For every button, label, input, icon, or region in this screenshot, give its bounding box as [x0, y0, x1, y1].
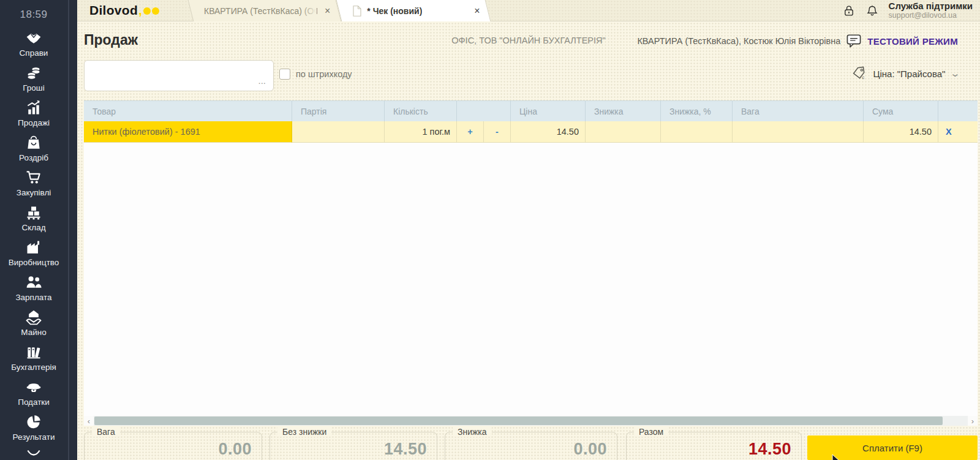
- barcode-checkbox[interactable]: [279, 69, 290, 80]
- shopping-cart-icon: [25, 169, 42, 186]
- qty-increase-button[interactable]: +: [457, 121, 484, 143]
- total-before-discount-label: Без знижки: [277, 427, 331, 437]
- sidebar-item-label: Зарплата: [15, 293, 51, 302]
- total-before-discount-value: 14.50: [384, 440, 427, 459]
- col-sum: Сума: [864, 101, 938, 121]
- total-discount-label: Знижка: [453, 427, 492, 437]
- delete-row-button[interactable]: X: [938, 121, 978, 143]
- sidebar-item-label: Податки: [18, 398, 50, 407]
- brand-dot: [143, 7, 151, 15]
- sidebar-item-label: Виробництво: [9, 258, 59, 267]
- qty-decrease-button[interactable]: -: [484, 121, 511, 143]
- tab-kvartyra[interactable]: КВАРТИРА (ТестКвКаса) (ОФІС ×: [190, 0, 339, 21]
- total-before-discount-box: Без знижки 14.50: [270, 432, 437, 460]
- brand-logo[interactable]: Dilovod,: [89, 3, 159, 18]
- page-header: Продаж ОФІС, ТОВ "ОНЛАЙН БУХГАЛТЕРІЯ" КВ…: [77, 31, 980, 50]
- officer-cap-icon: [25, 379, 42, 396]
- test-mode-badge: ТЕСТОВИЙ РЕЖИМ: [867, 36, 958, 47]
- grand-total-label: Разом: [634, 427, 668, 437]
- sidebar-item-spravy[interactable]: Справи: [0, 29, 67, 58]
- support-block[interactable]: Служба підтримки support@dilovod.ua: [889, 1, 973, 20]
- support-email: support@dilovod.ua: [889, 12, 973, 20]
- sidebar-item-bukhhalteriia[interactable]: Бухгалтерія: [0, 344, 67, 372]
- sidebar-item-zakupivli[interactable]: Закупівлі: [0, 169, 67, 197]
- scroll-right-icon[interactable]: ›: [968, 416, 978, 426]
- table-header-row: Товар Партія Кількість Ціна Знижка Знижк…: [84, 100, 978, 121]
- brand-dot: [152, 7, 159, 15]
- product-search-input[interactable]: ...: [84, 60, 274, 91]
- people-icon: [25, 274, 42, 291]
- horizontal-scrollbar[interactable]: ‹ ›: [84, 416, 978, 426]
- sidebar-item-label: Закупівлі: [17, 188, 51, 197]
- price-type-label: Ціна: "Прайсова": [873, 69, 945, 79]
- sales-chart-icon: [25, 99, 42, 116]
- sidebar-item-rezultaty[interactable]: Результати: [0, 413, 67, 442]
- sidebar-item-label: Справи: [20, 48, 48, 58]
- cell-quantity[interactable]: 1 пог.м: [385, 121, 457, 143]
- cell-weight[interactable]: [733, 121, 864, 143]
- cell-batch[interactable]: [292, 121, 385, 143]
- totals-bar: Вага 0.00 Без знижки 14.50 Знижка 0.00 Р…: [77, 432, 980, 460]
- toolbar: ... по штрихкоду c Ціна: "Прайсова" ⌄: [77, 59, 980, 92]
- total-weight-label: Вага: [92, 427, 120, 437]
- sidebar-item-maino[interactable]: Майно: [0, 309, 67, 337]
- chevron-down-icon: ⌄: [950, 68, 961, 79]
- chat-bubble-icon[interactable]: [846, 34, 861, 48]
- price-tag-icon: c: [852, 66, 867, 81]
- sidebar-item-label: Бухгалтерія: [11, 363, 56, 372]
- mouse-cursor: [832, 454, 842, 460]
- topbar-right: Служба підтримки support@dilovod.ua: [842, 0, 973, 21]
- brand-text: Dilovod: [89, 3, 138, 18]
- dilovod-app: 18:59 Справи Гроші Продажі Роздріб Закуп…: [0, 0, 980, 460]
- sidebar-item-podatky[interactable]: Податки: [0, 379, 67, 407]
- sidebar-item-zarplata[interactable]: Зарплата: [0, 274, 67, 302]
- coins-icon: [25, 64, 42, 81]
- barcode-option: по штрихкоду: [279, 69, 352, 80]
- cell-price[interactable]: 14.50: [511, 121, 586, 143]
- barcode-label: по штрихкоду: [296, 69, 352, 79]
- sidebar-item-rozdrib[interactable]: Роздріб: [0, 134, 67, 162]
- sidebar-item-vyrobnytstvo[interactable]: Виробництво: [0, 239, 67, 267]
- col-qty-buttons: [457, 101, 511, 121]
- search-ellipsis[interactable]: ...: [258, 75, 266, 86]
- close-icon[interactable]: ×: [474, 6, 480, 16]
- tab-label: КВАРТИРА (ТестКвКаса) (ОФІС: [204, 6, 317, 16]
- col-weight: Вага: [733, 101, 864, 121]
- sale-items-table: Товар Партія Кількість Ціна Знижка Знижк…: [84, 100, 978, 416]
- lock-icon[interactable]: [842, 4, 856, 18]
- sidebar-item-sklad[interactable]: Склад: [0, 204, 67, 232]
- sidebar-item-partial[interactable]: [0, 448, 67, 460]
- total-discount-value: 0.00: [573, 440, 607, 459]
- cell-product[interactable]: Нитки (фіолетовий) - 1691: [84, 121, 292, 143]
- col-batch: Партія: [292, 101, 385, 121]
- books-icon: [25, 344, 42, 361]
- bell-icon[interactable]: [865, 4, 879, 18]
- cell-discount-pct[interactable]: [661, 121, 733, 143]
- total-weight-box: Вага 0.00: [84, 432, 262, 460]
- close-icon[interactable]: ×: [325, 6, 330, 16]
- table-row[interactable]: Нитки (фіолетовий) - 1691 1 пог.м + - 14…: [84, 121, 978, 143]
- sidebar: 18:59 Справи Гроші Продажі Роздріб Закуп…: [0, 0, 77, 460]
- header-right: КВАРТИРА (ТестКвКаса), Костюк Юлія Вікто…: [637, 34, 958, 48]
- tab-chek-novyi[interactable]: * Чек (новий) ×: [339, 0, 488, 21]
- col-quantity: Кількість: [385, 101, 457, 121]
- sidebar-item-prodazhi[interactable]: Продажі: [0, 99, 67, 127]
- house-hands-icon: [25, 309, 42, 326]
- price-type-select[interactable]: c Ціна: "Прайсова" ⌄: [852, 66, 959, 81]
- tab-label: * Чек (новий): [367, 6, 422, 16]
- col-product: Товар: [84, 101, 292, 121]
- cell-sum[interactable]: 14.50: [864, 121, 938, 143]
- sidebar-nav: Справи Гроші Продажі Роздріб Закупівлі С: [0, 29, 67, 460]
- cell-discount[interactable]: [586, 121, 661, 143]
- col-delete: [938, 101, 978, 121]
- handshake-icon: [25, 29, 42, 47]
- svg-text:c: c: [862, 75, 865, 80]
- sidebar-item-groshi[interactable]: Гроші: [0, 64, 67, 92]
- scroll-left-icon[interactable]: ‹: [84, 416, 94, 426]
- grand-total-value: 14.50: [748, 440, 791, 459]
- sidebar-item-label: Гроші: [23, 83, 44, 92]
- col-discount: Знижка: [586, 101, 661, 121]
- partial-bottom-icon: [25, 448, 42, 460]
- scrollbar-thumb[interactable]: [94, 417, 943, 425]
- table-empty-area: [84, 143, 978, 416]
